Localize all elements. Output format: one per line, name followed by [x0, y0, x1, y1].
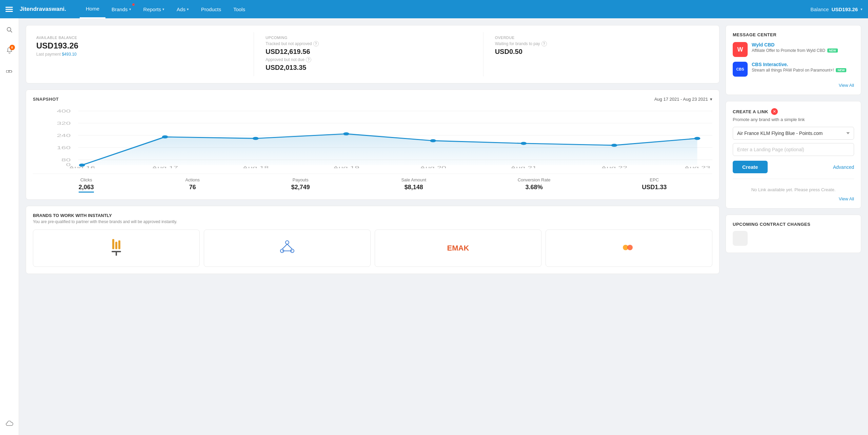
overdue-section: OVERDUE Waiting for brands to pay ? USD0…: [492, 32, 712, 76]
message-center-view-all[interactable]: View All: [733, 83, 854, 88]
svg-rect-30: [115, 242, 117, 249]
brand-icon-4: [620, 241, 637, 256]
sidebar-notifications[interactable]: 8: [3, 44, 16, 56]
advanced-link[interactable]: Advanced: [833, 164, 854, 170]
svg-text:Aug 20: Aug 20: [420, 165, 446, 168]
balance-chevron[interactable]: ▾: [861, 7, 863, 12]
brand-card-3[interactable]: EMAK: [375, 230, 541, 267]
nav-reports[interactable]: Reports ▾: [137, 0, 171, 18]
nav-products[interactable]: Products: [195, 0, 227, 18]
nav-home[interactable]: Home: [80, 0, 105, 18]
snapshot-chevron: ▾: [710, 97, 712, 102]
svg-line-37: [282, 244, 287, 249]
svg-line-38: [287, 244, 292, 249]
brand-card-4[interactable]: [546, 230, 712, 267]
svg-rect-31: [118, 240, 120, 249]
brand-icon-1: [110, 239, 123, 257]
wyld-text: Affiliate Offer to Promote from Wyld CBD…: [752, 48, 854, 53]
create-link-icon: ✕: [771, 108, 778, 115]
overdue-amount: USD0.50: [495, 48, 704, 56]
svg-point-16: [343, 132, 349, 135]
svg-point-41: [627, 245, 633, 250]
sidebar-cloud[interactable]: [3, 417, 16, 430]
upcoming-tracked-label: Tracked but not approved ?: [265, 41, 475, 46]
payouts-value: $2,749: [291, 184, 310, 191]
cbs-content: CBS Interactive. Stream all things PAW P…: [752, 62, 854, 73]
balance-amount: USD193.26: [831, 6, 858, 12]
svg-point-34: [285, 241, 289, 244]
right-panel: MESSAGE CENTER W Wyld CBD Affiliate Offe…: [726, 25, 861, 428]
svg-point-15: [253, 137, 259, 140]
brands-sub: You are pre-qualified to partner with th…: [33, 219, 712, 224]
create-link-title: CREATE A LINK: [733, 109, 768, 114]
cbs-name[interactable]: CBS Interactive.: [752, 62, 854, 67]
sidebar: 8: [0, 18, 19, 435]
notification-badge: 8: [9, 45, 15, 50]
create-row: Create Advanced: [733, 161, 854, 173]
available-balance-label: AVAILABLE BALANCE: [36, 36, 245, 40]
cbs-new-badge: NEW: [836, 68, 846, 72]
svg-point-19: [611, 144, 617, 147]
upcoming-section: UPCOMING Tracked but not approved ? USD1…: [262, 32, 483, 76]
brand-dropdown[interactable]: Air France KLM Flying Blue - Points.com …: [733, 127, 854, 140]
topnav-brand: Jitendravaswani.: [20, 6, 66, 13]
divider: [733, 179, 854, 179]
message-center-scroll: W Wyld CBD Affiliate Offer to Promote fr…: [733, 42, 854, 81]
brands-grid: EMAK: [33, 230, 712, 267]
metric-payouts: Payouts $2,749: [291, 177, 310, 193]
brands-chevron: ▾: [129, 7, 131, 12]
topnav: Jitendravaswani. Home Brands ▾ Reports ▾…: [0, 0, 868, 18]
last-payment-link[interactable]: $493.10: [62, 52, 76, 57]
svg-rect-33: [116, 252, 117, 256]
wyld-new-badge: NEW: [827, 48, 838, 53]
create-button[interactable]: Create: [733, 161, 768, 173]
message-center-title: MESSAGE CENTER: [733, 32, 854, 37]
svg-point-20: [694, 137, 701, 140]
approved-help-icon[interactable]: ?: [306, 57, 311, 62]
wyld-name[interactable]: Wyld CBD: [752, 42, 854, 47]
balance-label: Balance: [810, 6, 829, 12]
overdue-help-icon[interactable]: ?: [541, 41, 547, 46]
svg-text:80: 80: [61, 157, 71, 162]
available-balance-section: AVAILABLE BALANCE USD193.26 Last payment…: [33, 32, 254, 76]
svg-text:400: 400: [57, 108, 71, 113]
app-body: 8 AVAILABLE BALANCE USD193.26: [0, 18, 868, 435]
brand-card-1[interactable]: [33, 230, 200, 267]
svg-text:Aug 16: Aug 16: [69, 165, 95, 168]
overdue-sub: Waiting for brands to pay ?: [495, 41, 704, 46]
chart-area: 400 320 240 160 80 0: [33, 107, 712, 168]
conversion-rate-value: 3.68%: [518, 184, 551, 191]
svg-text:Aug 22: Aug 22: [601, 165, 628, 168]
upcoming-amount1: USD12,619.56: [265, 48, 475, 56]
nav-brands[interactable]: Brands ▾: [105, 0, 137, 18]
sidebar-search[interactable]: [3, 24, 16, 36]
create-link-view-all[interactable]: View All: [733, 196, 854, 201]
create-link-sub: Promote any brand with a simple link: [733, 117, 854, 122]
contract-item: [733, 231, 854, 246]
epc-label: EPC: [642, 177, 667, 182]
main-content: AVAILABLE BALANCE USD193.26 Last payment…: [19, 18, 868, 435]
tracked-help-icon[interactable]: ?: [313, 41, 319, 46]
nav-ads[interactable]: Ads ▾: [171, 0, 195, 18]
upcoming-approved-label: Approved but not due ?: [265, 57, 475, 62]
nav-tools[interactable]: Tools: [227, 0, 251, 18]
sidebar-bottom: [3, 417, 16, 430]
svg-text:320: 320: [57, 121, 71, 125]
chart-metrics: Clicks 2,063 Actions 76 Payouts $2,749 S…: [33, 174, 712, 193]
metric-actions: Actions 76: [185, 177, 200, 193]
svg-rect-29: [112, 239, 114, 249]
sidebar-link[interactable]: [3, 64, 16, 77]
svg-point-14: [162, 135, 168, 138]
upcoming-amount2: USD2,013.35: [265, 64, 475, 72]
snapshot-header: SNAPSHOT Aug 17 2021 - Aug 23 2021 ▾: [33, 97, 712, 102]
svg-line-1: [10, 31, 12, 33]
snapshot-date-range[interactable]: Aug 17 2021 - Aug 23 2021 ▾: [654, 97, 712, 102]
svg-text:Aug 18: Aug 18: [242, 165, 269, 168]
svg-point-18: [520, 142, 527, 145]
landing-page-input[interactable]: [733, 143, 854, 156]
available-balance-amount: USD193.26: [36, 41, 245, 51]
wyld-avatar: W: [733, 42, 748, 57]
svg-text:Aug 23: Aug 23: [684, 165, 711, 168]
cbs-text: Stream all things PAW Patrol on Paramoun…: [752, 68, 854, 73]
brand-card-2[interactable]: [204, 230, 371, 267]
